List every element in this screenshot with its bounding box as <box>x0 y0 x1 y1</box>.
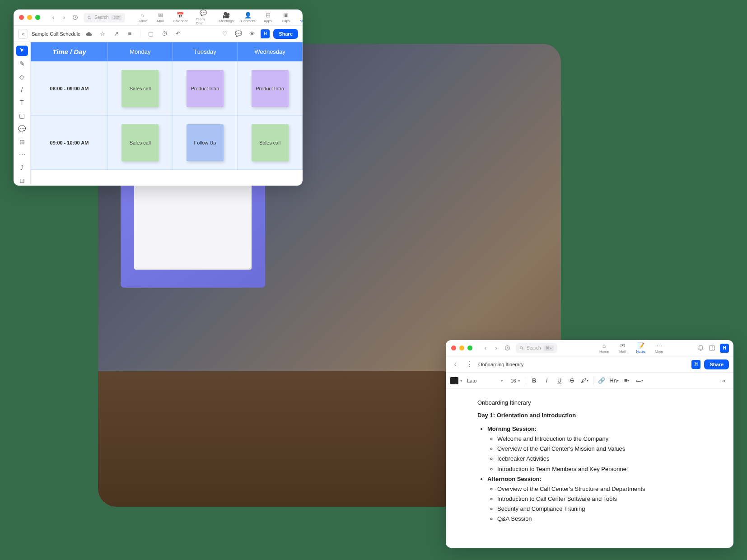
list-icon[interactable]: ≡ <box>125 29 135 39</box>
card[interactable]: Product Intro <box>187 70 224 107</box>
list-button[interactable]: ≔▾ <box>634 375 645 386</box>
tool-upload[interactable]: ⤴ <box>16 163 28 173</box>
card[interactable]: Product Intro <box>252 70 289 107</box>
underline-button[interactable]: U <box>554 375 565 386</box>
svg-point-3 <box>520 346 523 349</box>
open-icon[interactable]: ↗ <box>111 29 121 39</box>
back-button[interactable]: ‹ <box>18 29 28 39</box>
list-item: Introduction to Team Members and Key Per… <box>497 464 702 474</box>
tool-text[interactable]: T <box>16 98 28 108</box>
heart-icon[interactable]: ♡ <box>220 29 230 39</box>
close-dot[interactable] <box>19 15 24 20</box>
nav-history[interactable] <box>502 343 512 353</box>
highlight-button[interactable]: 🖍▾ <box>579 375 590 386</box>
search-input[interactable]: Search ⌘F <box>516 343 557 353</box>
session-1-list: Welcome and Introduction to the Company … <box>487 434 702 474</box>
heading-button[interactable]: Hn▾ <box>609 375 620 386</box>
card[interactable]: Sales call <box>121 70 159 107</box>
nav-back[interactable]: ‹ <box>481 343 490 353</box>
avatar[interactable]: H <box>720 344 729 353</box>
doc-bar: ‹ ⋮ Onboarding Itinerary H Share <box>446 356 733 373</box>
expand-button[interactable]: » <box>718 375 729 386</box>
tab-teamchat[interactable]: 💬Team Chat <box>191 9 215 26</box>
time-1: 09:00 - 10:00 AM <box>31 116 108 170</box>
header-tue: Tuesday <box>173 42 238 61</box>
notes-window: ‹ › Search ⌘F ⌂Home ✉Mail 📝Notes ⋯More H… <box>446 340 733 548</box>
session-1-title: Morning Session: <box>487 424 702 434</box>
tab-whiteboard[interactable]: ✎Whit <box>295 9 303 26</box>
header-mon: Monday <box>108 42 173 61</box>
tool-comment[interactable]: 💬 <box>16 123 28 134</box>
nav-back[interactable]: ‹ <box>48 13 58 23</box>
list-item: Overview of the Call Center's Structure … <box>497 484 702 494</box>
doc-bar: ‹ Sample Call Schedule ☆ ↗ ≡ ▢ ⏱ ↶ ♡ 💬 👁… <box>14 26 303 42</box>
panel-icon[interactable] <box>709 345 715 351</box>
doc-title: Sample Call Schedule <box>32 31 80 37</box>
comment-icon[interactable]: 💬 <box>233 29 243 39</box>
avatar[interactable]: H <box>261 29 270 38</box>
header-wed: Wednesday <box>238 42 303 61</box>
card[interactable]: Sales call <box>252 124 289 161</box>
search-input[interactable]: Search ⌘F <box>84 13 125 23</box>
tool-more[interactable]: ⋯ <box>16 149 28 160</box>
min-dot[interactable] <box>27 15 32 20</box>
max-dot[interactable] <box>35 15 40 20</box>
share-button[interactable]: Share <box>273 29 298 39</box>
tab-meetings[interactable]: 🎥Meetings <box>215 9 237 26</box>
avatar-small[interactable]: H <box>691 360 700 369</box>
align-button[interactable]: ≡▾ <box>621 375 632 386</box>
bell-icon[interactable] <box>697 345 704 351</box>
tool-pen[interactable]: ✎ <box>16 59 28 69</box>
cloud-icon[interactable] <box>84 29 94 39</box>
list-item: Overview of the Call Center's Mission an… <box>497 444 702 454</box>
tab-notes[interactable]: 📝Notes <box>631 341 650 355</box>
link-button[interactable]: 🔗 <box>596 375 607 386</box>
tab-home[interactable]: ⌂Home <box>133 9 151 26</box>
max-dot[interactable] <box>467 345 472 350</box>
tool-select[interactable] <box>16 46 28 56</box>
undo-icon[interactable]: ↶ <box>173 29 183 39</box>
present-icon[interactable]: ▢ <box>146 29 156 39</box>
star-icon[interactable]: ☆ <box>98 29 107 39</box>
tool-shape[interactable]: ◇ <box>16 71 28 82</box>
tool-frame[interactable]: ⊞ <box>16 136 28 147</box>
tab-more[interactable]: ⋯More <box>650 341 668 355</box>
color-swatch[interactable] <box>450 377 458 384</box>
share-button[interactable]: Share <box>704 359 729 369</box>
strike-button[interactable]: S <box>567 375 578 386</box>
tab-mail[interactable]: ✉Mail <box>613 341 631 355</box>
nav-tabs: ⌂Home ✉Mail 📅Calendar 💬Team Chat 🎥Meetin… <box>133 9 303 26</box>
tab-mail[interactable]: ✉Mail <box>151 9 169 26</box>
italic-button[interactable]: I <box>542 375 552 386</box>
nav-fwd[interactable]: › <box>491 343 501 353</box>
tool-line[interactable]: / <box>16 84 28 95</box>
canvas[interactable]: Time / Day Monday Tuesday Wednesday 08:0… <box>31 42 303 186</box>
tab-calendar[interactable]: 📅Calendar <box>169 9 191 26</box>
traffic-lights <box>14 10 46 24</box>
tab-apps[interactable]: ⊞Apps <box>259 9 277 26</box>
min-dot[interactable] <box>459 345 464 350</box>
top-bar: ‹ › Search ⌘F ⌂Home ✉Mail 📝Notes ⋯More H <box>446 340 733 356</box>
whiteboard-window: ‹ › Search ⌘F ⌂Home ✉Mail 📅Calendar 💬Tea… <box>14 9 303 186</box>
eye-icon[interactable]: 👁 <box>247 29 257 39</box>
close-dot[interactable] <box>451 345 456 350</box>
doc-h2: Day 1: Orientation and Introduction <box>477 411 702 420</box>
traffic-lights <box>446 341 478 355</box>
document-body[interactable]: Onboarding Itinerary Day 1: Orientation … <box>446 389 733 533</box>
tab-contacts[interactable]: 👤Contacts <box>238 9 259 26</box>
tab-home[interactable]: ⌂Home <box>595 341 613 355</box>
more-menu[interactable]: ⋮ <box>464 360 475 369</box>
nav-history[interactable] <box>70 13 80 23</box>
bold-button[interactable]: B <box>529 375 540 386</box>
search-kb: ⌘F <box>112 15 122 20</box>
tool-templates[interactable]: ⊡ <box>16 175 28 186</box>
size-select[interactable]: 16▾ <box>508 378 523 383</box>
nav-fwd[interactable]: › <box>59 13 69 23</box>
timer-icon[interactable]: ⏱ <box>159 29 169 39</box>
card[interactable]: Sales call <box>121 124 159 161</box>
card[interactable]: Follow Up <box>187 124 224 161</box>
back-button[interactable]: ‹ <box>450 359 460 369</box>
tab-clips[interactable]: ▣Clips <box>277 9 295 26</box>
tool-sticky[interactable]: ▢ <box>16 111 28 121</box>
font-select[interactable]: Lato▾ <box>464 378 506 383</box>
